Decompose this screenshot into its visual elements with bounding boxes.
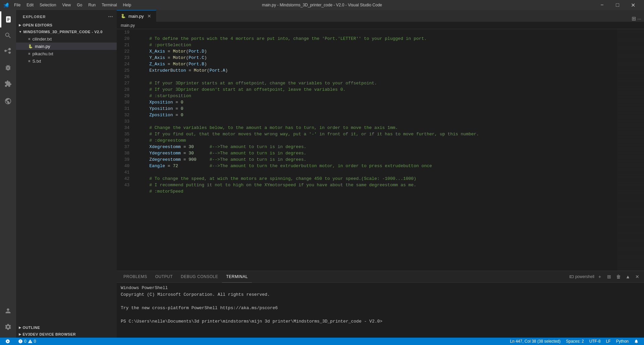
maximize-panel-button[interactable]: ▲ — [624, 273, 632, 281]
open-editors-section[interactable]: ▶ Open Editors — [16, 22, 117, 28]
activity-scm[interactable] — [0, 44, 16, 60]
status-line-ending-text: LF — [606, 339, 611, 344]
remote-icon — [5, 339, 10, 344]
activity-remote[interactable] — [0, 93, 16, 109]
code-content: 1920212223 2425262728 2930313233 3435363… — [117, 29, 644, 271]
titlebar-title: main.py - Mindstorms_3D_printer_code - V… — [262, 3, 382, 7]
activity-account[interactable] — [0, 303, 16, 319]
code-lines[interactable]: # To define the ports wich the 4 mortors… — [133, 29, 617, 271]
activity-search[interactable] — [0, 27, 16, 44]
file-cilinder-label: cilinder.txt — [32, 37, 52, 42]
tab-py-icon: 🐍 — [121, 14, 126, 18]
menu-help[interactable]: Help — [120, 2, 134, 8]
ev3dev-section[interactable]: ▶ EV3DEV DEVICE BROWSER — [16, 331, 117, 338]
status-notifications[interactable] — [631, 338, 641, 345]
panel-tab-output[interactable]: OUTPUT — [151, 271, 177, 283]
project-chevron: ▼ — [19, 30, 22, 33]
file-main-py-label: main.py — [35, 44, 50, 49]
ev3dev-chevron: ▶ — [19, 333, 21, 336]
close-panel-button[interactable]: ✕ — [633, 273, 641, 281]
txt-icon-3: ≡ — [28, 59, 30, 63]
status-bar: 0 0 Ln 447, Col 38 (38 selected) Spaces:… — [0, 338, 644, 345]
close-button[interactable]: ✕ — [625, 0, 641, 10]
activity-explorer[interactable] — [0, 11, 16, 27]
activity-settings[interactable] — [0, 319, 16, 335]
breadcrumb: main.py — [117, 22, 644, 29]
maximize-button[interactable]: □ — [610, 0, 625, 10]
tab-close-button[interactable]: ✕ — [147, 13, 152, 19]
minimap-content — [617, 29, 644, 271]
status-position[interactable]: Ln 447, Col 38 (38 selected) — [507, 338, 563, 345]
outline-label: Outline — [23, 326, 40, 330]
editor-area: 🐍 main.py ✕ ⊞ ··· main.py 1920212223 242… — [117, 10, 644, 338]
menu-selection[interactable]: Selection — [37, 2, 59, 8]
panel-tab-debug-console[interactable]: DEBUG CONSOLE — [177, 271, 222, 283]
outline-chevron: ▶ — [19, 326, 21, 329]
warning-icon — [28, 339, 33, 344]
open-editors-label: Open Editors — [23, 23, 53, 27]
file-main-py[interactable]: 🐍 main.py — [16, 43, 117, 50]
sidebar: Explorer ▶ Open Editors ▼ MINDSTORMS_3D_… — [16, 10, 117, 338]
menu-go[interactable]: Go — [74, 2, 85, 8]
status-language-text: Python — [616, 339, 629, 344]
bell-icon — [634, 339, 639, 344]
status-language[interactable]: Python — [613, 338, 631, 345]
activity-extensions[interactable] — [0, 76, 16, 92]
sidebar-more-button[interactable] — [108, 16, 113, 17]
panel-tab-terminal[interactable]: TERMINAL — [222, 271, 252, 283]
powershell-icon — [569, 274, 574, 279]
sidebar-header: Explorer — [16, 10, 117, 22]
status-right: Ln 447, Col 38 (38 selected) Spaces: 2 U… — [507, 338, 641, 345]
panel: PROBLEMS OUTPUT DEBUG CONSOLE TERMINAL p… — [117, 271, 644, 338]
sidebar-title: Explorer — [23, 15, 46, 19]
more-actions-button[interactable]: ··· — [637, 16, 641, 21]
activity-bottom — [0, 303, 16, 338]
tab-main-py[interactable]: 🐍 main.py ✕ — [117, 10, 156, 22]
file-cilinder[interactable]: ≡ cilinder.txt — [16, 35, 117, 43]
open-editors-chevron: ▶ — [19, 23, 21, 27]
code-editor[interactable]: 1920212223 2425262728 2930313233 3435363… — [117, 29, 644, 271]
file-s-txt[interactable]: ≡ S.txt — [16, 57, 117, 65]
file-pikachu[interactable]: ≡ pikachu.txt — [16, 50, 117, 57]
py-icon: 🐍 — [28, 44, 33, 49]
terminal-line-3 — [121, 298, 640, 305]
menu-file[interactable]: File — [11, 2, 23, 8]
vscode-logo-icon — [3, 2, 9, 8]
terminal-line-1: Windows PowerShell — [121, 285, 640, 291]
menu-run[interactable]: Run — [86, 2, 98, 8]
split-editor-button[interactable]: ⊞ — [632, 15, 636, 22]
project-label: MINDSTORMS_3D_PRINTER_CODE - V2.0 — [23, 30, 102, 34]
status-errors[interactable]: 0 0 — [15, 338, 39, 345]
txt-icon: ≡ — [28, 37, 30, 41]
kill-terminal-button[interactable]: 🗑 — [614, 273, 623, 281]
titlebar-controls: − □ ✕ — [594, 0, 641, 10]
ev3dev-label: EV3DEV DEVICE BROWSER — [23, 332, 76, 336]
activity-bar — [0, 10, 16, 338]
menu-view[interactable]: View — [59, 2, 73, 8]
menu-terminal[interactable]: Terminal — [99, 2, 119, 8]
minimize-button[interactable]: − — [594, 0, 610, 10]
panel-terminal-label: powershell — [569, 274, 594, 279]
terminal-content[interactable]: Windows PowerShell Copyright (C) Microso… — [117, 283, 644, 338]
tab-bar: 🐍 main.py ✕ ⊞ ··· — [117, 10, 644, 22]
status-spaces[interactable]: Spaces: 2 — [563, 338, 586, 345]
status-encoding[interactable]: UTF-8 — [587, 338, 603, 345]
status-encoding-text: UTF-8 — [589, 339, 601, 344]
activity-debug[interactable] — [0, 60, 16, 76]
panel-tab-problems[interactable]: PROBLEMS — [119, 271, 151, 283]
outline-section[interactable]: ▶ Outline — [16, 324, 117, 331]
minimap — [617, 29, 644, 271]
file-pikachu-label: pikachu.txt — [32, 51, 53, 56]
split-terminal-button[interactable]: ⊞ — [605, 273, 613, 281]
project-section[interactable]: ▼ MINDSTORMS_3D_PRINTER_CODE - V2.0 — [16, 28, 117, 35]
menu-edit[interactable]: Edit — [24, 2, 36, 8]
error-count: 0 — [24, 339, 26, 344]
terminal-line-5 — [121, 312, 640, 318]
status-position-text: Ln 447, Col 38 (38 selected) — [510, 339, 560, 344]
status-line-ending[interactable]: LF — [603, 338, 613, 345]
status-remote[interactable] — [3, 338, 13, 345]
tab-main-py-label: main.py — [128, 14, 144, 19]
new-terminal-button[interactable]: + — [596, 273, 604, 281]
file-s-txt-label: S.txt — [32, 59, 41, 64]
status-left: 0 0 — [3, 338, 39, 345]
